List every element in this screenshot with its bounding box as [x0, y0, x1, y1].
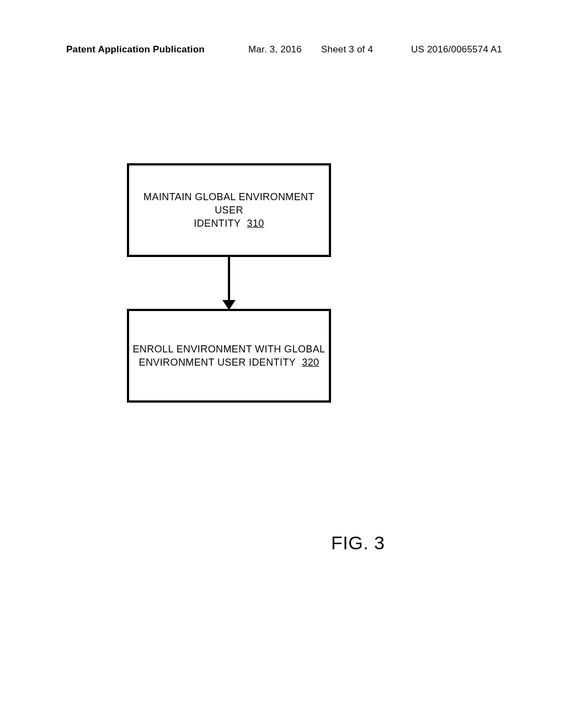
step-text: IDENTITY: [194, 218, 241, 229]
patent-page: Patent Application Publication Mar. 3, 2…: [0, 0, 565, 728]
flowchart-diagram: MAINTAIN GLOBAL ENVIRONMENT USER IDENTIT…: [0, 0, 565, 728]
figure-label: FIG. 3: [331, 532, 385, 554]
arrow-shaft: [228, 257, 230, 304]
step-text-line: ENVIRONMENT USER IDENTITY 320: [138, 356, 319, 369]
step-text: ENVIRONMENT USER IDENTITY: [138, 357, 295, 368]
flowchart-step-310: MAINTAIN GLOBAL ENVIRONMENT USER IDENTIT…: [127, 163, 331, 257]
step-ref-number: 320: [302, 357, 319, 368]
step-text-line: IDENTITY 310: [194, 217, 264, 230]
step-text-line: ENROLL ENVIRONMENT WITH GLOBAL: [132, 342, 325, 356]
flowchart-step-320: ENROLL ENVIRONMENT WITH GLOBAL ENVIRONME…: [127, 309, 331, 403]
step-text-line: MAINTAIN GLOBAL ENVIRONMENT USER: [132, 190, 326, 217]
step-ref-number: 310: [247, 218, 264, 229]
